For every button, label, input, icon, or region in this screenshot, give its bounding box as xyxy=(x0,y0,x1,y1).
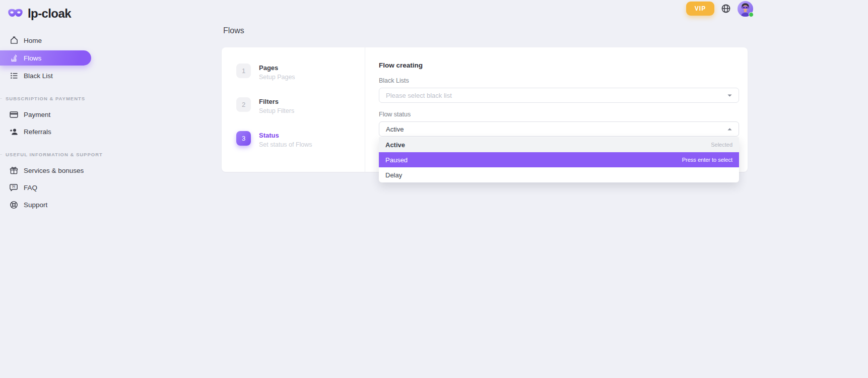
sidebar-item-black-list[interactable]: Black List xyxy=(0,67,101,84)
sidebar-nav: Home Flows xyxy=(0,32,101,213)
sidebar-item-label: Flows xyxy=(24,54,41,62)
step-pages[interactable]: 1 Pages Setup Pages xyxy=(236,64,365,81)
flow-status-value: Active xyxy=(386,125,404,133)
step-subtitle: Setup Pages xyxy=(259,74,295,81)
black-list-icon xyxy=(9,71,19,81)
step-number: 1 xyxy=(236,64,251,78)
step-filters[interactable]: 2 Filters Setup Filters xyxy=(236,97,365,114)
sidebar: lp-cloak Home Flows xyxy=(0,0,101,213)
option-active[interactable]: Active Selected xyxy=(379,137,739,152)
option-delay[interactable]: Delay xyxy=(379,167,739,182)
sidebar-item-label: Referrals xyxy=(24,128,51,136)
svg-text:?!: ?! xyxy=(12,184,15,189)
vip-button[interactable]: VIP xyxy=(686,2,714,16)
faq-icon: ?! xyxy=(9,183,19,193)
sidebar-item-flows[interactable]: Flows xyxy=(0,50,91,66)
page-title: Flows xyxy=(223,26,244,35)
sidebar-item-faq[interactable]: ?! FAQ xyxy=(0,179,101,196)
sidebar-item-label: Services & bonuses xyxy=(24,167,84,174)
step-title: Filters xyxy=(259,97,294,105)
sidebar-item-home[interactable]: Home xyxy=(0,32,101,49)
app-logo-text: lp-cloak xyxy=(28,7,71,21)
step-subtitle: Setup Filters xyxy=(259,107,294,114)
black-lists-label: Black Lists xyxy=(379,77,739,84)
step-subtitle: Set status of Flows xyxy=(259,141,312,148)
step-number: 3 xyxy=(236,131,251,146)
step-number: 2 xyxy=(236,97,251,112)
app-logo[interactable]: lp-cloak xyxy=(0,5,101,23)
section-header-subscription-payments: SUBSCRIPTION & PAYMENTS xyxy=(0,96,87,101)
sidebar-item-referrals[interactable]: Referrals xyxy=(0,123,101,140)
online-status-dot xyxy=(749,12,754,17)
sidebar-item-label: Support xyxy=(24,201,47,209)
flow-stepper: 1 Pages Setup Pages 2 Filters Setup Filt… xyxy=(222,47,365,172)
section-header-label: USEFUL INFORMATION & SUPPORT xyxy=(6,152,103,157)
flow-status-select[interactable]: Active xyxy=(379,121,739,137)
option-meta: Selected xyxy=(711,142,732,148)
flow-status-label: Flow status xyxy=(379,111,739,118)
home-icon xyxy=(9,36,19,45)
step-title: Status xyxy=(259,131,312,139)
chevron-up-icon xyxy=(727,128,732,131)
flow-status-dropdown: Active Selected Paused Press enter to se… xyxy=(379,137,739,182)
section-header-label: SUBSCRIPTION & PAYMENTS xyxy=(6,96,85,101)
header-actions: VIP xyxy=(686,1,753,17)
flow-card: 1 Pages Setup Pages 2 Filters Setup Filt… xyxy=(222,47,748,172)
option-label: Paused xyxy=(385,156,408,164)
sidebar-item-label: FAQ xyxy=(24,184,37,192)
flow-creating-form: Flow creating Black Lists Please select … xyxy=(365,47,748,172)
support-icon xyxy=(9,200,19,210)
sidebar-item-payment[interactable]: Payment xyxy=(0,106,101,123)
mask-logo-icon xyxy=(7,8,24,20)
section-header-useful-information: USEFUL INFORMATION & SUPPORT xyxy=(0,152,87,157)
globe-icon xyxy=(721,4,731,14)
sidebar-item-services-bonuses[interactable]: Services & bonuses xyxy=(0,162,101,179)
user-avatar[interactable] xyxy=(738,1,753,17)
black-lists-select[interactable]: Please select black list xyxy=(379,88,739,103)
step-status[interactable]: 3 Status Set status of Flows xyxy=(236,131,365,148)
payment-icon xyxy=(9,110,19,119)
sidebar-item-support[interactable]: Support xyxy=(0,196,101,213)
flow-creating-heading: Flow creating xyxy=(379,61,739,69)
referrals-icon xyxy=(9,127,19,137)
sidebar-item-label: Home xyxy=(24,37,42,44)
sidebar-item-label: Black List xyxy=(24,72,53,80)
language-button[interactable] xyxy=(721,4,731,14)
step-title: Pages xyxy=(259,64,295,72)
sidebar-item-label: Payment xyxy=(24,111,50,118)
option-paused[interactable]: Paused Press enter to select xyxy=(379,152,739,167)
chevron-down-icon xyxy=(727,94,732,97)
option-label: Active xyxy=(385,141,405,149)
option-label: Delay xyxy=(385,171,402,179)
flows-icon xyxy=(9,53,19,63)
option-meta: Press enter to select xyxy=(682,157,732,163)
gift-icon xyxy=(9,166,19,175)
black-lists-placeholder: Please select black list xyxy=(386,92,452,99)
